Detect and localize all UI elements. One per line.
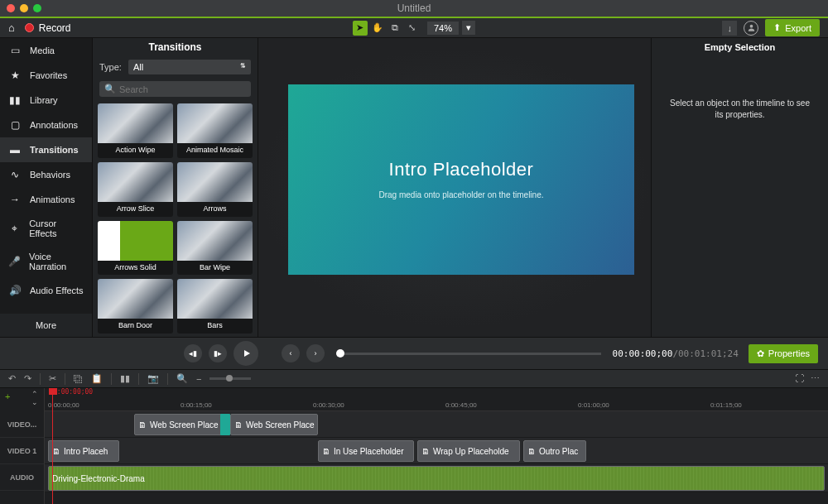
transition-marker[interactable]	[220, 414, 230, 435]
clip[interactable]: 🗎Outro Plac	[523, 440, 586, 462]
speaker-icon: 🔊	[8, 285, 22, 296]
cut-icon[interactable]: ✂	[49, 373, 56, 384]
next-button[interactable]: ›	[306, 344, 325, 362]
undo-icon[interactable]: ↶	[8, 373, 16, 384]
track-label-audio[interactable]: AUDIO	[0, 464, 44, 491]
gear-icon: ✿	[757, 348, 764, 359]
preview-canvas[interactable]: Intro Placeholder Drag media onto placeh…	[288, 84, 634, 275]
prev-frame-button[interactable]: ◂▮	[184, 344, 202, 362]
canvas-area[interactable]: Intro Placeholder Drag media onto placeh…	[258, 38, 651, 337]
track-label-video2[interactable]: VIDEO...	[0, 411, 44, 438]
annotation-icon: ▢	[8, 119, 22, 131]
export-label: Export	[785, 23, 811, 33]
library-icon: ▮▮	[8, 94, 22, 106]
track-label-video1[interactable]: VIDEO 1	[0, 438, 44, 464]
timeline-tracks[interactable]: 0:00:00;00 0:00:00;00 0:00:15;00 0:00:30…	[45, 388, 828, 504]
play-button[interactable]	[233, 341, 258, 366]
sidebar-item-animations[interactable]: →Animations	[0, 187, 92, 212]
transition-item[interactable]: Action Wipe	[98, 103, 173, 158]
expand-down-icon[interactable]: ⌄	[31, 398, 38, 406]
transitions-header: Transitions	[93, 38, 258, 56]
search-input[interactable]: 🔍	[99, 81, 251, 97]
type-label: Type:	[99, 62, 122, 72]
clip-audio[interactable]: Driving-Electronic-Drama	[48, 466, 825, 491]
export-button[interactable]: ⬆ Export	[765, 19, 820, 36]
zoom-level[interactable]: 74%	[427, 22, 459, 35]
animations-icon: →	[8, 194, 22, 205]
transition-item[interactable]: Arrow Slice	[98, 162, 173, 217]
crop-tool-icon[interactable]: ⧉	[388, 21, 402, 36]
close-icon[interactable]	[7, 4, 15, 12]
search-field[interactable]	[119, 84, 246, 94]
prev-button[interactable]: ‹	[282, 344, 300, 362]
transitions-panel: Transitions Type: All⇅ 🔍 Action Wipe Ani…	[93, 38, 258, 337]
paste-icon[interactable]: 📋	[91, 373, 103, 384]
account-avatar-icon[interactable]	[744, 21, 758, 36]
transition-item[interactable]: Bars	[177, 279, 253, 334]
zoom-dropdown-icon[interactable]: ▾	[462, 21, 475, 35]
timeline-zoom-slider[interactable]	[209, 377, 251, 380]
redo-icon[interactable]: ↷	[24, 373, 31, 384]
sidebar-item-cursor[interactable]: ⌖Cursor Effects	[0, 212, 92, 245]
type-select[interactable]: All⇅	[128, 60, 251, 74]
timeline-ruler[interactable]: 0:00:00;00 0:00:15;00 0:00:30;00 0:00:45…	[45, 400, 828, 411]
behaviors-icon: ∿	[8, 169, 22, 180]
hand-tool-icon[interactable]: ✋	[370, 21, 385, 36]
properties-panel: Empty Selection Select an object on the …	[651, 38, 828, 337]
copy-icon[interactable]: ⿻	[74, 374, 83, 384]
track-video1[interactable]: 🗎Intro Placeh 🗎In Use Placeholder 🗎Wrap …	[45, 438, 828, 464]
transition-item[interactable]: Animated Mosaic	[177, 103, 253, 158]
export-icon: ⬆	[773, 22, 781, 33]
properties-button[interactable]: ✿ Properties	[749, 344, 818, 363]
maximize-icon[interactable]	[33, 4, 41, 12]
svg-point-0	[749, 25, 753, 28]
transition-item[interactable]: Bar Wipe	[177, 221, 253, 276]
clip-icon: 🗎	[421, 447, 430, 456]
track-audio[interactable]: Driving-Electronic-Drama	[45, 464, 828, 492]
clip[interactable]: 🗎Web Screen Place	[134, 414, 222, 435]
pointer-tool-icon[interactable]: ➤	[353, 21, 368, 36]
clip[interactable]: 🗎In Use Placeholder	[318, 440, 414, 462]
playhead-line[interactable]	[52, 395, 53, 504]
playback-bar: ◂▮ ▮▸ ‹ › 00:00:00;00/00:01:01;24 ✿ Prop…	[0, 337, 828, 370]
sidebar-item-voice[interactable]: 🎤Voice Narration	[0, 245, 92, 278]
transition-item[interactable]: Arrows Solid	[98, 221, 173, 276]
record-button[interactable]: Record	[25, 22, 71, 34]
minimize-icon[interactable]	[20, 4, 28, 12]
sidebar-item-favorites[interactable]: ★Favorites	[0, 63, 92, 88]
titlebar: Untitled	[0, 0, 828, 17]
next-frame-button[interactable]: ▮▸	[209, 344, 227, 362]
zoom-out-icon[interactable]: 🔍	[176, 373, 188, 384]
sidebar-item-more[interactable]: More	[0, 314, 92, 337]
sidebar-item-annotations[interactable]: ▢Annotations	[0, 113, 92, 137]
expand-icon[interactable]: ⛶	[795, 373, 804, 384]
transition-item[interactable]: Barn Door	[98, 279, 173, 334]
mic-icon: 🎤	[8, 256, 21, 267]
timeline: + ⌃⌄ VIDEO... VIDEO 1 AUDIO 0:00:00;00 0…	[0, 388, 828, 504]
pan-tool-icon[interactable]: ⤡	[405, 21, 420, 36]
split-icon[interactable]: ▮▮	[120, 373, 130, 384]
transitions-icon: ▬	[8, 144, 22, 156]
transition-item[interactable]: Arrows	[177, 162, 253, 217]
sidebar-item-media[interactable]: ▭Media	[0, 38, 92, 63]
download-icon[interactable]: ↓	[722, 21, 737, 36]
clip[interactable]: 🗎Web Screen Place	[230, 414, 318, 435]
home-icon[interactable]: ⌂	[8, 22, 15, 34]
expand-up-icon[interactable]: ⌃	[31, 390, 38, 398]
add-track-icon[interactable]: +	[5, 391, 10, 401]
sidebar-item-audio[interactable]: 🔊Audio Effects	[0, 278, 92, 303]
clip[interactable]: 🗎Wrap Up Placeholde	[417, 440, 520, 462]
menu-icon[interactable]: ⋯	[811, 373, 820, 384]
track-video2[interactable]: 🗎Web Screen Place 🗎Web Screen Place	[45, 411, 828, 438]
zoom-minus-icon[interactable]: −	[196, 374, 201, 384]
sidebar-item-behaviors[interactable]: ∿Behaviors	[0, 162, 92, 187]
playback-scrubber[interactable]	[336, 353, 601, 355]
record-icon	[25, 23, 34, 32]
properties-body: Select an object on the timeline to see …	[652, 56, 828, 121]
playhead-time: 0:00:00;00	[53, 388, 93, 396]
clip[interactable]: 🗎Intro Placeh	[48, 440, 119, 462]
camera-icon[interactable]: 📷	[147, 373, 159, 384]
sidebar-item-library[interactable]: ▮▮Library	[0, 88, 92, 113]
sidebar-item-transitions[interactable]: ▬Transitions	[0, 137, 92, 162]
clip-icon: 🗎	[322, 447, 330, 456]
